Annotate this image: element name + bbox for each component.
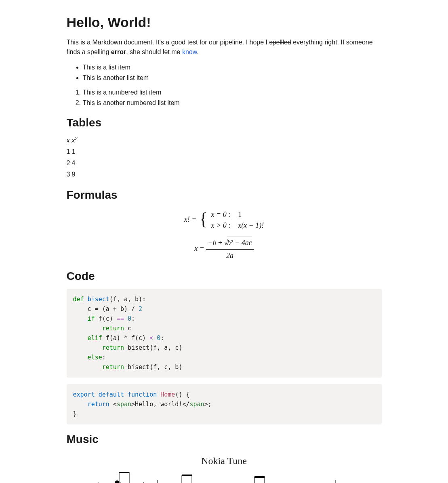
table-cell: 2 xyxy=(67,158,72,169)
table-cell: 1 xyxy=(72,146,79,158)
table-cell: 4 xyxy=(72,158,79,169)
svg-point-10 xyxy=(115,481,119,483)
table-row: 2 4 xyxy=(67,158,79,169)
table-header-x: x xyxy=(67,134,72,146)
case-value: 1 xyxy=(238,209,242,220)
formula-lhs: x! = xyxy=(184,215,197,223)
music-block: Nokia Tune 𝄞 ♯ ♯ ♯ 3 4 xyxy=(67,454,382,483)
table-cell: 1 xyxy=(67,146,72,158)
code-block-jsx: export default function Home() { return … xyxy=(67,384,382,424)
intro-text: , she should let me xyxy=(126,48,182,55)
table-cell: 3 xyxy=(67,169,72,180)
sharp-icon: ♯ xyxy=(96,481,100,483)
list-item: This is a numbered list item xyxy=(83,88,382,97)
intro-text: . xyxy=(197,48,198,55)
denominator: 2a xyxy=(206,250,253,261)
quadratic-formula: x = −b ± b² − 4ac 2a xyxy=(67,237,382,261)
unordered-list: This is a list item This is another list… xyxy=(67,63,382,83)
list-item: This is another list item xyxy=(83,73,382,83)
section-formulas: Formulas xyxy=(67,187,382,204)
intro-paragraph: This is a Markdown document. It's a good… xyxy=(67,38,382,57)
intro-strike: spellled xyxy=(269,39,291,46)
list-item: This is a list item xyxy=(83,63,382,72)
intro-link[interactable]: know xyxy=(182,48,197,55)
case-condition: x = 0 : xyxy=(211,209,231,220)
table-row: 1 1 xyxy=(67,146,79,158)
music-staff: 𝄞 ♯ ♯ ♯ 3 4 xyxy=(67,472,382,483)
section-music: Music xyxy=(67,431,382,448)
intro-bold: error xyxy=(111,48,126,55)
section-tables: Tables xyxy=(67,114,382,131)
music-title: Nokia Tune xyxy=(67,454,382,468)
code-block-python: def bisect(f, a, b): c = (a + b) / 2 if … xyxy=(67,289,382,378)
table-cell: 9 xyxy=(72,169,79,180)
case-value: x(x − 1)! xyxy=(238,220,264,231)
list-item: This is another numbered list item xyxy=(83,98,382,108)
squares-table: x x2 1 1 2 4 3 9 xyxy=(67,134,79,180)
page-title: Hello, World! xyxy=(67,12,382,33)
section-code: Code xyxy=(67,268,382,285)
formula-lhs: x = xyxy=(194,244,204,252)
numerator-pre: −b ± xyxy=(208,239,224,247)
table-row: 3 9 xyxy=(67,169,79,180)
radicand: b² − 4ac xyxy=(227,237,252,248)
table-header-x2: x2 xyxy=(72,134,79,146)
intro-text: This is a Markdown document. It's a good… xyxy=(67,39,269,46)
factorial-formula: x! = { x = 0 : 1 x > 0 : x(x − 1)! xyxy=(67,209,382,231)
case-condition: x > 0 : xyxy=(211,220,231,231)
ordered-list: This is a numbered list item This is ano… xyxy=(67,88,382,108)
